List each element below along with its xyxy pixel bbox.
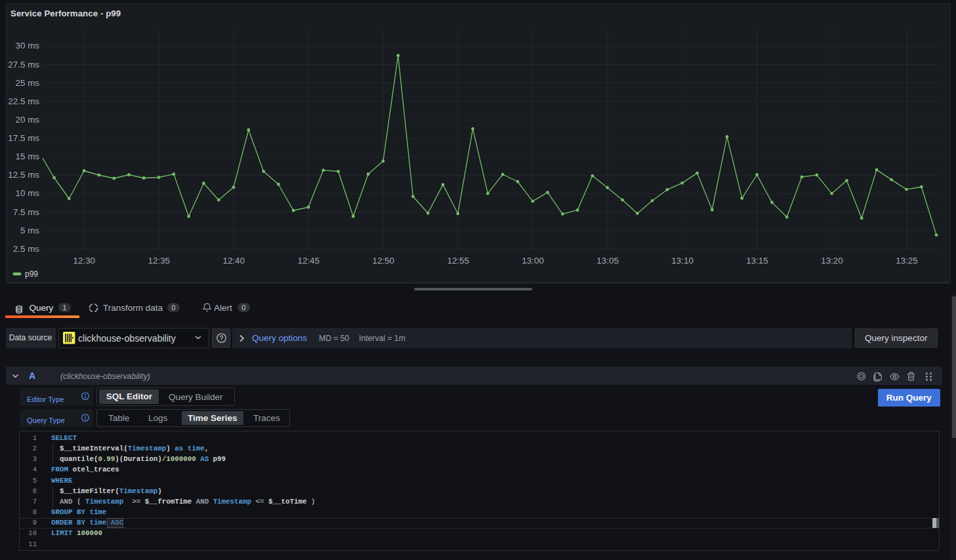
- svg-text:p99: p99: [25, 270, 38, 279]
- svg-text:12:55: 12:55: [447, 256, 469, 266]
- svg-text:17.5 ms: 17.5 ms: [8, 133, 39, 143]
- svg-text:25 ms: 25 ms: [16, 78, 40, 88]
- svg-text:2.5 ms: 2.5 ms: [13, 244, 39, 254]
- svg-text:12:40: 12:40: [222, 256, 245, 266]
- svg-text:13:25: 13:25: [896, 256, 918, 266]
- svg-text:12:35: 12:35: [148, 256, 171, 266]
- svg-text:27.5 ms: 27.5 ms: [8, 60, 39, 70]
- svg-text:5 ms: 5 ms: [20, 226, 39, 235]
- svg-text:10 ms: 10 ms: [16, 188, 40, 198]
- svg-text:12:30: 12:30: [73, 256, 96, 266]
- svg-text:20 ms: 20 ms: [16, 115, 40, 125]
- svg-text:13:05: 13:05: [596, 256, 619, 266]
- svg-text:13:00: 13:00: [522, 256, 544, 266]
- svg-text:12.5 ms: 12.5 ms: [8, 170, 39, 180]
- svg-text:13:10: 13:10: [671, 256, 694, 266]
- svg-text:30 ms: 30 ms: [16, 41, 40, 50]
- svg-text:7.5 ms: 7.5 ms: [13, 207, 39, 217]
- svg-text:12:45: 12:45: [297, 256, 320, 266]
- svg-text:13:20: 13:20: [821, 256, 843, 266]
- svg-text:15 ms: 15 ms: [16, 151, 40, 161]
- svg-text:13:15: 13:15: [746, 256, 768, 266]
- svg-text:22.5 ms: 22.5 ms: [8, 96, 39, 106]
- svg-text:12:50: 12:50: [372, 256, 394, 266]
